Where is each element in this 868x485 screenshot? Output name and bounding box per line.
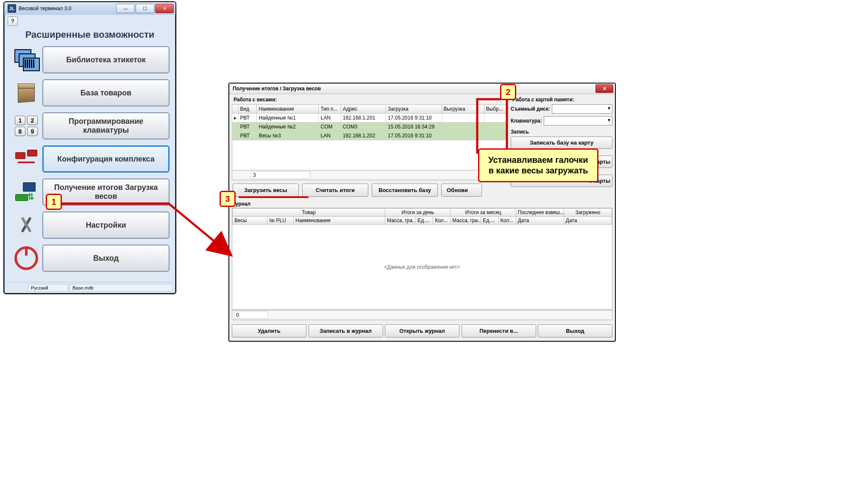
labels-icon (14, 49, 38, 70)
keyboard-programming-button[interactable]: Программирование клавиатуры (42, 112, 170, 139)
keyboard-select[interactable] (544, 116, 612, 125)
col-name[interactable]: Наименование (257, 105, 319, 114)
col-vid[interactable]: Вид (238, 105, 257, 114)
box-icon (16, 84, 36, 102)
move-to-button[interactable]: Перенести в... (462, 324, 536, 337)
journal-empty-text: <Данных для отображения нет> (232, 225, 612, 309)
language-cell: Русский (28, 284, 68, 292)
delete-button[interactable]: Удалить (232, 324, 306, 337)
write-label: Запись (511, 128, 612, 137)
tools-icon (16, 215, 37, 236)
labels-library-button[interactable]: Библиотека этикеток (42, 46, 170, 73)
table-row: РВТВесы №3LAN192.168.1.20217.05.2016 9:3… (232, 131, 507, 140)
annotation-underline-1 (59, 203, 170, 205)
col-addr[interactable]: Адрес (341, 105, 386, 114)
power-icon (14, 246, 38, 270)
annotation-badge-1: 1 (46, 194, 62, 210)
journal-count-bar: 0 (232, 310, 612, 320)
col-type[interactable]: Тип п... (319, 105, 341, 114)
scales-section-label: Работа с весами: (232, 96, 507, 104)
save-journal-button[interactable]: Записать в журнал (309, 324, 383, 337)
journal-label: Журнал (229, 200, 615, 208)
dialog-bottom-buttons: Удалить Записать в журнал Открыть журнал… (229, 320, 615, 341)
maximize-button[interactable]: ☐ (136, 4, 154, 13)
totals-dialog: Получение итогов / Загрузка весов ✕ Рабо… (228, 83, 616, 342)
window-title: Весовой терминал 3.0 (19, 6, 115, 11)
removable-disk-select[interactable] (552, 104, 612, 114)
annotation-arrow (58, 202, 236, 261)
close-button[interactable]: ✕ (155, 4, 174, 13)
journal-panel: Товар Итоги за день Итоги за месяц После… (232, 208, 612, 310)
memcard-section-label: Работа с картой памяти: (511, 96, 612, 104)
removable-disk-label: Съемный диск: (511, 106, 550, 112)
scales-count-bar: 3 (232, 170, 507, 180)
scales-config-icon (14, 150, 38, 168)
annotation-badge-3: 3 (220, 191, 236, 207)
col-load[interactable]: Загрузка (386, 105, 442, 114)
database-cell: Base.mdb (70, 284, 173, 292)
dialog-title: Получение итогов / Загрузка весов (233, 86, 321, 92)
statusbar: Русский Base.mdb (4, 282, 175, 293)
journal-header: Товар Итоги за день Итоги за месяц После… (232, 208, 612, 225)
keypad-icon: 1289 (15, 116, 38, 136)
scales-table[interactable]: Вид Наименование Тип п... Адрес Загрузка… (232, 104, 507, 140)
upload-icon: ⇅ (14, 181, 38, 203)
load-scales-button[interactable]: Загрузить весы (233, 184, 299, 197)
dialog-close-button[interactable]: ✕ (595, 84, 613, 93)
help-button[interactable]: ? (8, 17, 18, 26)
complex-config-button[interactable]: Конфигурация комплекса (42, 145, 170, 173)
restore-db-button[interactable]: Восстановить базу (372, 184, 438, 197)
write-db-to-card-button[interactable]: Записать базу на карту (511, 137, 612, 149)
table-row: РВТНайденные №2COMCOM315.05.2016 16:34:2… (232, 123, 507, 131)
minimize-button[interactable]: — (116, 4, 135, 13)
app-icon: JL (8, 4, 16, 13)
annotation-underline-3 (239, 196, 309, 198)
annotation-badge-2: 2 (500, 84, 516, 100)
titlebar: JL Весовой терминал 3.0 — ☐ ✕ (4, 2, 175, 15)
read-totals-button[interactable]: Считать итоги (302, 184, 368, 197)
table-row: ▸ РВТНайденные №1LAN192.168.1.20117.05.2… (232, 114, 507, 123)
open-journal-button[interactable]: Открыть журнал (385, 324, 459, 337)
goods-db-button[interactable]: База товаров (42, 79, 170, 106)
main-heading: Расширенные возможности (4, 26, 175, 46)
dialog-exit-button[interactable]: Выход (538, 324, 612, 337)
dialog-titlebar: Получение итогов / Загрузка весов ✕ (229, 84, 615, 94)
annotation-callout: Устанавливаем галочки в какие весы загру… (478, 148, 598, 182)
keyboard-label: Клавиатура: (511, 118, 542, 124)
